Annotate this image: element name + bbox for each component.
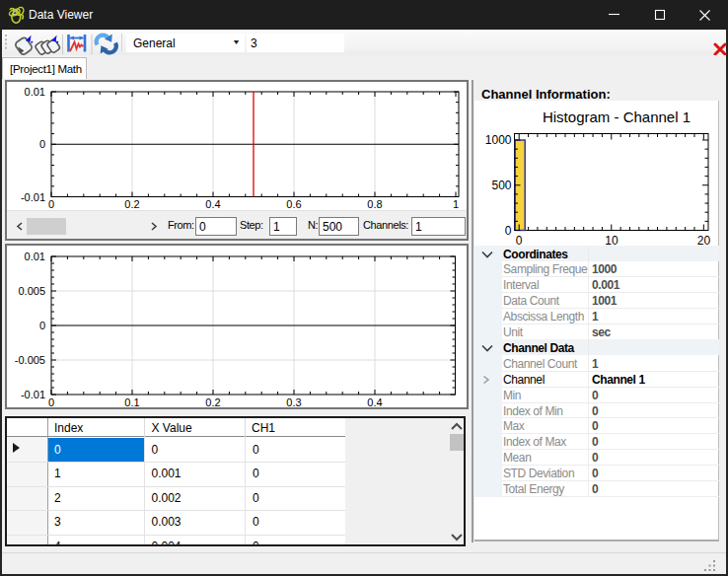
svg-text:0.4: 0.4 [367,396,382,407]
svg-text:10: 10 [605,234,619,246]
svg-text:0.01: 0.01 [25,86,45,98]
svg-text:0.6: 0.6 [286,198,301,210]
svg-text:0: 0 [39,138,45,150]
svg-text:0.4: 0.4 [205,198,220,210]
svg-text:-0.01: -0.01 [21,389,45,400]
svg-text:0.1: 0.1 [124,396,139,407]
svg-text:0: 0 [516,234,523,246]
svg-text:20: 20 [697,234,711,246]
svg-text:Histogram - Channel 1: Histogram - Channel 1 [543,108,691,125]
svg-text:500: 500 [491,179,511,192]
svg-text:0.2: 0.2 [124,198,139,210]
svg-text:0.2: 0.2 [205,396,220,407]
svg-text:0.8: 0.8 [367,198,382,210]
svg-text:0: 0 [48,396,54,407]
svg-text:-0.01: -0.01 [21,191,45,203]
svg-text:0: 0 [39,320,45,331]
svg-text:1000: 1000 [485,133,512,147]
svg-text:-0.005: -0.005 [15,354,45,366]
svg-text:0: 0 [48,198,54,210]
svg-text:1: 1 [453,198,459,210]
svg-text:0.01: 0.01 [25,251,45,262]
svg-text:0.3: 0.3 [286,396,301,407]
svg-text:0.005: 0.005 [18,285,45,297]
svg-text:0: 0 [505,224,512,238]
